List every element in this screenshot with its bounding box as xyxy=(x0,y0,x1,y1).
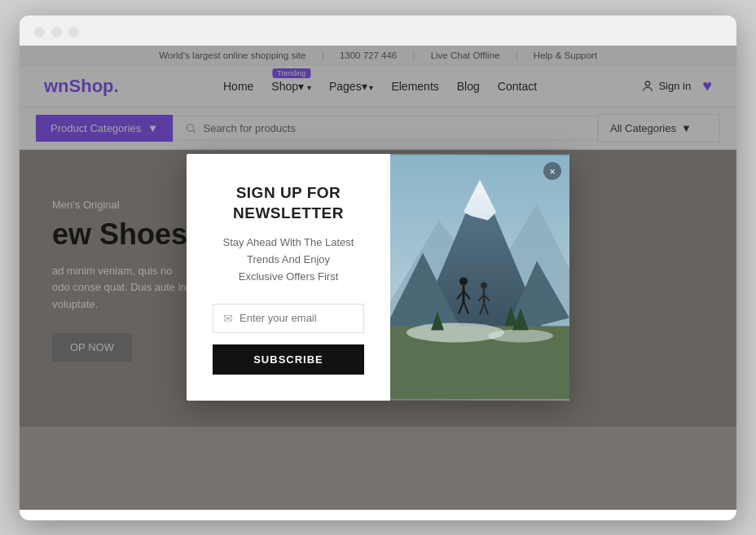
modal-close-button[interactable]: × xyxy=(543,162,561,180)
svg-point-12 xyxy=(459,277,468,285)
email-input-wrap: ✉ xyxy=(213,304,364,333)
browser-dot-red[interactable] xyxy=(34,27,45,37)
page-content: World's largest online shopping site | 1… xyxy=(20,46,736,510)
browser-dot-yellow[interactable] xyxy=(51,27,62,37)
modal-landscape-image xyxy=(390,154,569,401)
modal-subtitle: Stay Ahead With The Latest Trends And En… xyxy=(213,235,364,285)
email-field[interactable] xyxy=(240,312,354,324)
browser-dot-green[interactable] xyxy=(68,27,79,37)
email-icon: ✉ xyxy=(223,312,233,325)
svg-point-10 xyxy=(407,322,504,342)
modal-overlay[interactable]: SIGN UP FOR NEWSLETTER Stay Ahead With T… xyxy=(20,46,736,510)
browser-window: World's largest online shopping site | 1… xyxy=(20,15,736,520)
modal-image: × xyxy=(390,154,569,401)
svg-point-11 xyxy=(488,329,553,342)
newsletter-modal: SIGN UP FOR NEWSLETTER Stay Ahead With T… xyxy=(187,154,569,401)
modal-title: SIGN UP FOR NEWSLETTER xyxy=(213,183,364,223)
svg-point-18 xyxy=(481,282,487,288)
modal-left: SIGN UP FOR NEWSLETTER Stay Ahead With T… xyxy=(187,154,390,401)
browser-chrome xyxy=(20,15,736,46)
subscribe-button[interactable]: SUBSCRIBE xyxy=(213,344,364,375)
